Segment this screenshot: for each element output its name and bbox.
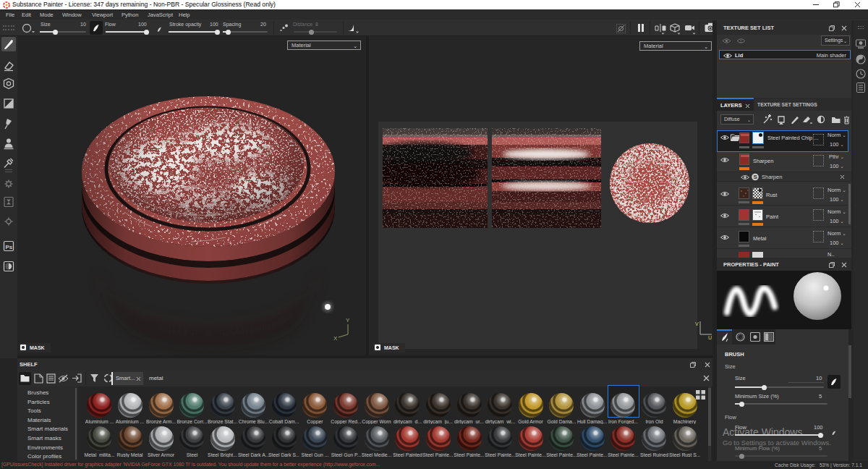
svg-text:Ps: Ps bbox=[6, 244, 13, 250]
svg-text:U: U bbox=[708, 335, 712, 340]
svg-text:Y: Y bbox=[346, 317, 350, 324]
svg-text:V: V bbox=[695, 321, 699, 326]
svg-text:S: S bbox=[753, 174, 757, 180]
svg-text:X: X bbox=[333, 335, 338, 342]
